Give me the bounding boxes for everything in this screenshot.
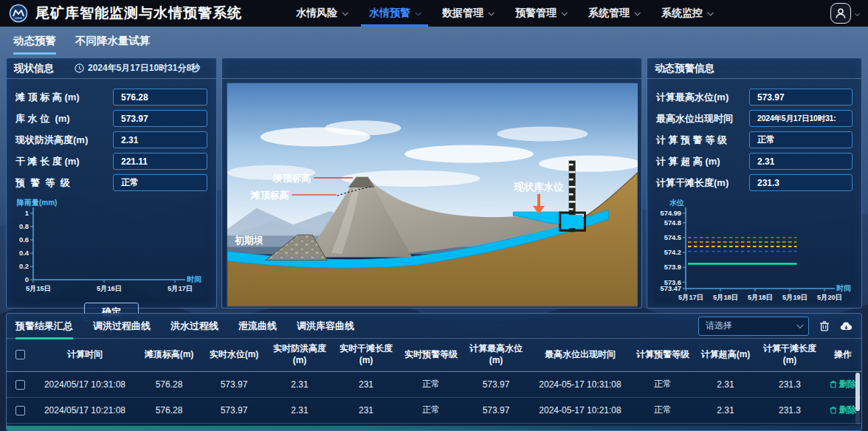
- tab-rainfall-trial[interactable]: 不同降水量试算: [75, 34, 151, 55]
- tab-dynamic-warning[interactable]: 动态预警: [13, 34, 56, 55]
- svg-text:时间: 时间: [836, 284, 851, 292]
- trash-icon: [819, 320, 830, 331]
- calc-freeboard-input[interactable]: 2.31: [749, 153, 852, 170]
- cell-beach-top: 576.28: [137, 397, 202, 423]
- cell-rt-beach-length: 231: [333, 397, 399, 423]
- delete-row-button[interactable]: 删除: [830, 378, 857, 390]
- beach-top-input[interactable]: 576.28: [113, 89, 207, 106]
- filter-select[interactable]: 请选择: [698, 317, 809, 336]
- cell-rt-flood-height: 2.31: [266, 371, 333, 397]
- col-calc-max-level: 计算最高水位 (m): [463, 339, 529, 371]
- tab-flood-routing-curve[interactable]: 调洪过程曲线: [93, 313, 151, 339]
- results-table: 计算时间 滩顶标高(m) 实时水位(m) 实时防洪高度 (m) 实时干滩长度 (…: [7, 339, 862, 424]
- nav-item-system-monitor[interactable]: 系统监控: [650, 0, 723, 27]
- user-avatar-icon[interactable]: [830, 3, 851, 24]
- user-menu: [830, 3, 859, 24]
- table-header-row: 计算时间 滩顶标高(m) 实时水位(m) 实时防洪高度 (m) 实时干滩长度 (…: [7, 339, 862, 371]
- calc-beach-length-input[interactable]: 231.3: [749, 174, 852, 191]
- main-nav: 水情风险 水情预警 数据管理 预警管理 系统管理 系统监控: [285, 0, 723, 27]
- cell-rt-flood-height: 2.31: [266, 397, 333, 423]
- table-scrollbar[interactable]: [855, 373, 860, 411]
- tab-flood-process-line[interactable]: 洪水过程线: [170, 313, 218, 339]
- chevron-down-icon: [634, 10, 640, 15]
- tab-discharge-curve[interactable]: 泄流曲线: [238, 313, 277, 339]
- panel-title: 现状信息: [14, 62, 54, 75]
- svg-text:5月18日: 5月18日: [748, 294, 773, 301]
- delete-row-button[interactable]: 删除: [830, 404, 857, 416]
- clock-icon: [75, 63, 84, 73]
- svg-text:574.5: 574.5: [664, 234, 681, 241]
- cell-max-level-time: 2024-05-17 10:21:08: [529, 397, 631, 423]
- svg-text:573.47: 573.47: [661, 285, 681, 292]
- label-initial-dam: 初期坝: [234, 235, 264, 246]
- svg-text:0.6: 0.6: [19, 236, 29, 244]
- water-level-input[interactable]: 573.97: [113, 110, 207, 127]
- field-water-level: 库 水 位 (m) 573.97: [16, 110, 207, 127]
- label-current-level: 现状库水位: [513, 182, 563, 193]
- cell-calc-time: 2024/05/17 10:31:08: [33, 371, 137, 397]
- row-checkbox[interactable]: [16, 406, 25, 416]
- svg-text:573.9: 573.9: [664, 263, 681, 271]
- current-status-panel: 现状信息 2024年5月17日10时31分8秒 滩 顶 标 高 (m) 576.…: [6, 58, 217, 308]
- export-download-button[interactable]: [840, 321, 852, 331]
- dam-section-panel: 坝顶标高 滩顶标高 初期坝 现状库水位: [221, 58, 642, 308]
- field-calc-freeboard: 计 算 超 高 (m) 2.31: [656, 153, 852, 170]
- dynamic-warning-header: 动态预警信息: [647, 58, 861, 79]
- col-calc-time: 计算时间: [33, 339, 137, 371]
- field-beach-top: 滩 顶 标 高 (m) 576.28: [16, 89, 207, 106]
- chevron-down-icon[interactable]: [855, 10, 860, 15]
- row-checkbox[interactable]: [16, 380, 25, 390]
- nav-item-water-warning[interactable]: 水情预警: [358, 0, 431, 27]
- svg-text:573.6: 573.6: [664, 279, 681, 286]
- col-calc-warning: 计算预警等级: [631, 339, 695, 371]
- calc-warning-level-input[interactable]: 正常: [749, 131, 852, 148]
- current-status-header: 现状信息 2024年5月17日10时31分8秒: [7, 58, 216, 79]
- svg-text:574.2: 574.2: [664, 249, 681, 256]
- table-scrollbar-track: [855, 373, 860, 424]
- warning-level-input[interactable]: 正常: [113, 174, 207, 191]
- svg-text:0: 0: [25, 276, 29, 283]
- nav-item-system-mgmt[interactable]: 系统管理: [577, 0, 650, 27]
- chevron-down-icon: [488, 10, 494, 15]
- nav-item-alert-mgmt[interactable]: 预警管理: [504, 0, 577, 27]
- svg-text:1: 1: [25, 210, 29, 217]
- col-rt-level: 实时水位(m): [202, 339, 266, 371]
- status-fields: 滩 顶 标 高 (m) 576.28 库 水 位 (m) 573.97 现状防洪…: [7, 79, 216, 191]
- max-level-time-input[interactable]: 2024年5月17日10时31:: [749, 110, 852, 127]
- select-all-checkbox[interactable]: [16, 350, 25, 359]
- cell-rt-warning: 正常: [399, 397, 463, 423]
- cell-rt-level: 573.97: [202, 371, 266, 397]
- chevron-down-icon: [796, 321, 804, 328]
- beach-length-input[interactable]: 221.11: [113, 153, 207, 170]
- svg-text:5月17日: 5月17日: [678, 294, 703, 301]
- delete-selected-button[interactable]: [819, 320, 830, 331]
- cell-calc-freeboard: 2.31: [695, 371, 757, 397]
- svg-text:574.99: 574.99: [661, 210, 681, 217]
- tab-warning-summary[interactable]: 预警结果汇总: [16, 313, 73, 339]
- field-calc-beach-length: 计算干滩长度(m) 231.3: [656, 174, 852, 191]
- rainfall-chart-svg: 00.20.40.60.815月15日5月16日5月17日降雨量(mm)时间: [11, 196, 202, 299]
- panel-title: 动态预警信息: [655, 62, 714, 75]
- svg-text:5月16日: 5月16日: [97, 285, 122, 292]
- cell-rt-warning: 正常: [399, 371, 463, 397]
- field-warning-level: 预 警 等 级 正常: [16, 174, 207, 191]
- chevron-down-icon: [561, 10, 567, 15]
- field-beach-length: 干 滩 长 度 (m) 221.11: [16, 153, 207, 170]
- rainfall-chart: 00.20.40.60.815月15日5月16日5月17日降雨量(mm)时间: [11, 196, 212, 302]
- nav-item-water-risk[interactable]: 水情风险: [285, 0, 358, 27]
- app-title: 尾矿库智能监测与水情预警系统: [35, 4, 242, 23]
- label-beach-top: 滩顶标高: [250, 190, 289, 201]
- cell-beach-top: 576.28: [137, 371, 202, 397]
- field-max-level-time: 最高水位出现时间 2024年5月17日10时31:: [656, 110, 852, 127]
- chevron-down-icon: [415, 10, 421, 15]
- sub-tabs: 动态预警 不同降水量试算: [13, 34, 170, 55]
- chevron-down-icon: [707, 10, 713, 15]
- calc-max-level-input[interactable]: 573.97: [749, 89, 852, 106]
- nav-item-data-mgmt[interactable]: 数据管理: [431, 0, 504, 27]
- top-navbar: 尾矿库智能监测与水情预警系统 水情风险 水情预警 数据管理 预警管理 系统管理 …: [0, 0, 868, 27]
- field-flood-height: 现状防洪高度(m) 2.31: [16, 131, 207, 148]
- tab-storage-curve[interactable]: 调洪库容曲线: [297, 313, 354, 339]
- svg-text:0.4: 0.4: [19, 249, 30, 257]
- flood-height-input[interactable]: 2.31: [113, 131, 207, 148]
- cell-calc-warning: 正常: [631, 397, 695, 423]
